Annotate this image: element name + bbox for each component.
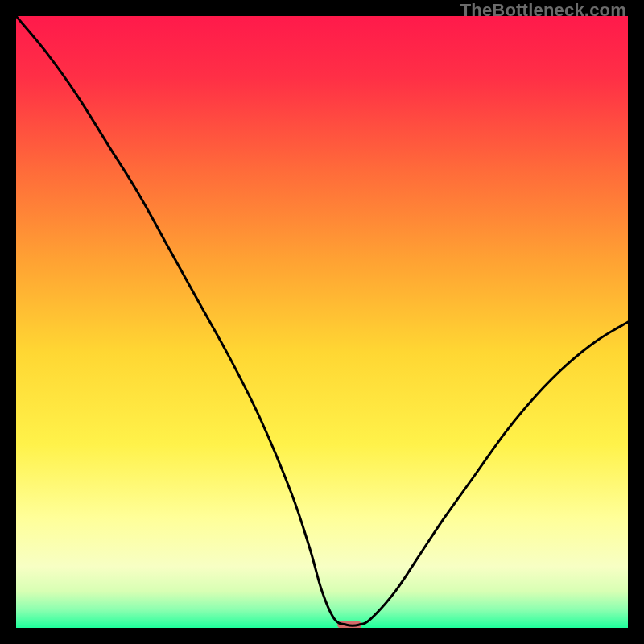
watermark-label: TheBottleneck.com (460, 0, 626, 21)
gradient-background (16, 16, 628, 628)
bottleneck-chart (16, 16, 628, 628)
chart-frame (16, 16, 628, 628)
